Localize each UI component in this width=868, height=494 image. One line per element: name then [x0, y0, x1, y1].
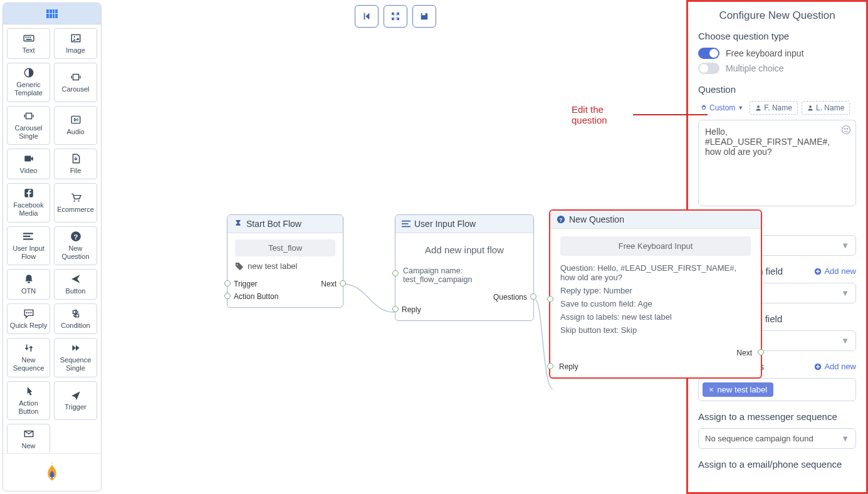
svg-rect-15: [23, 233, 33, 234]
svg-rect-10: [71, 117, 80, 124]
port-dot[interactable]: [547, 296, 553, 302]
node-header: Start Bot Flow: [227, 215, 343, 233]
svg-point-20: [26, 312, 27, 313]
tool-label: Condition: [61, 322, 90, 330]
tool-facebook-media[interactable]: Facebook Media: [7, 183, 50, 222]
flame-icon: [43, 462, 61, 483]
port-dot[interactable]: [392, 306, 399, 312]
tool-user-input-flow[interactable]: User Input Flow: [7, 226, 50, 265]
tool-label: User Input Flow: [9, 244, 48, 261]
question-textarea-wrap: [698, 120, 856, 208]
node-header: ? New Question: [550, 211, 761, 229]
svg-rect-11: [24, 155, 31, 161]
tool-otn[interactable]: OTN: [7, 269, 50, 300]
tool-audio[interactable]: Audio: [54, 106, 97, 145]
sidebar-grid-button[interactable]: [3, 3, 101, 24]
add-new-label: Add new: [824, 266, 856, 276]
port-dot[interactable]: [758, 349, 764, 355]
keyboard-icon: [23, 33, 35, 44]
tool-ecommerce[interactable]: Ecommerce: [54, 183, 97, 222]
question-textarea[interactable]: [698, 120, 856, 206]
emoji-button[interactable]: [841, 125, 851, 137]
port-dot[interactable]: [547, 363, 553, 369]
tool-label: Ecommerce: [57, 206, 94, 214]
user-input-flow-node[interactable]: User Input Flow Add new input flow Campa…: [395, 214, 534, 321]
multiple-choice-label: Multiple choice: [726, 63, 784, 73]
question-icon: ?: [70, 231, 82, 242]
envelope-icon: [23, 428, 35, 439]
tool-text[interactable]: Text: [7, 28, 50, 59]
sign-icon: [70, 308, 82, 319]
tool-video[interactable]: Video: [7, 149, 50, 179]
add-label-button[interactable]: Add new: [814, 362, 856, 371]
port-dot[interactable]: [224, 293, 231, 299]
tool-file[interactable]: File: [54, 149, 97, 179]
tool-image[interactable]: Image: [54, 28, 97, 59]
tool-sequence-single[interactable]: Sequence Single: [54, 338, 97, 377]
port-dot[interactable]: [530, 293, 536, 300]
port-reply-label: Reply: [402, 305, 421, 314]
svg-point-22: [30, 312, 31, 313]
tool-condition[interactable]: Condition: [54, 303, 97, 334]
svg-point-14: [78, 200, 79, 201]
tool-label: New: [21, 442, 35, 450]
svg-rect-16: [23, 235, 30, 236]
new-question-node[interactable]: ? New Question Free Keyboard Input Quest…: [549, 209, 762, 379]
free-input-label: Free keyboard input: [726, 48, 804, 58]
port-dot[interactable]: [340, 280, 346, 286]
remove-label-button[interactable]: ×: [709, 385, 714, 394]
annotation-text: Edit the question: [572, 104, 627, 125]
add-input-flow-text: Add new input flow: [403, 244, 526, 255]
fname-var-button[interactable]: F. Name: [750, 101, 798, 115]
halfcircle-icon: [23, 67, 35, 78]
tool-button[interactable]: Button: [54, 269, 97, 300]
tool-label: Facebook Media: [9, 201, 48, 218]
tool-new-sequence[interactable]: New Sequence: [7, 338, 50, 377]
add-custom-field-button[interactable]: Add new: [814, 266, 856, 276]
assign-sequence-select[interactable]: No sequence campaign found▼: [698, 428, 856, 449]
question-heading: Question: [698, 84, 856, 95]
svg-rect-28: [402, 223, 409, 224]
label-pill: × new test label: [703, 382, 773, 397]
multiple-choice-toggle-row: Multiple choice: [698, 63, 856, 74]
label-pill-text: new test label: [718, 385, 768, 394]
node-title: User Input Flow: [414, 219, 476, 229]
chat-icon: [23, 308, 35, 319]
collapse-button[interactable]: [384, 5, 407, 28]
tool-label: OTN: [21, 287, 36, 295]
tool-label: Trigger: [65, 403, 86, 411]
tool-new[interactable]: New: [7, 424, 50, 453]
svg-point-24: [50, 476, 51, 478]
lname-var-button[interactable]: L. Name: [802, 101, 850, 115]
edit-annotation: Edit the question: [572, 104, 708, 125]
choose-type-heading: Choose question type: [698, 31, 856, 41]
port-dot[interactable]: [392, 270, 399, 276]
tool-carousel-single[interactable]: Carousel Single: [7, 106, 50, 145]
tool-quick-reply[interactable]: Quick Reply: [7, 303, 50, 334]
free-input-switch[interactable]: [698, 48, 719, 59]
flow-canvas[interactable]: Edit the question Start Bot Flow Test_fl…: [104, 0, 686, 494]
tool-action-button[interactable]: Action Button: [7, 381, 50, 420]
image-icon: [70, 33, 82, 44]
sidebar-footer: [3, 453, 101, 491]
svg-text:?: ?: [73, 233, 78, 240]
lines-icon: [23, 231, 35, 242]
tool-label: Generic Template: [9, 81, 48, 97]
multiple-choice-switch[interactable]: [698, 63, 719, 74]
port-trigger-label: Trigger: [234, 280, 258, 288]
send-icon: [70, 273, 82, 285]
assign-sequence-heading: Assign to a messenger sequence: [698, 411, 856, 422]
labels-box[interactable]: × new test label: [698, 378, 856, 401]
sort-icon: [23, 342, 35, 354]
tool-new-question[interactable]: ?New Question: [54, 226, 97, 265]
svg-point-13: [73, 200, 75, 201]
tool-generic-template[interactable]: Generic Template: [7, 63, 50, 102]
rewind-button[interactable]: [355, 5, 379, 28]
port-dot[interactable]: [224, 280, 231, 286]
tool-trigger[interactable]: Trigger: [54, 381, 97, 420]
tool-carousel[interactable]: Carousel: [54, 63, 97, 102]
start-bot-flow-node[interactable]: Start Bot Flow Test_flow new test label …: [227, 214, 343, 308]
fastfwd-icon: [70, 342, 82, 354]
question-icon: ?: [557, 215, 565, 224]
save-button[interactable]: [412, 5, 436, 28]
